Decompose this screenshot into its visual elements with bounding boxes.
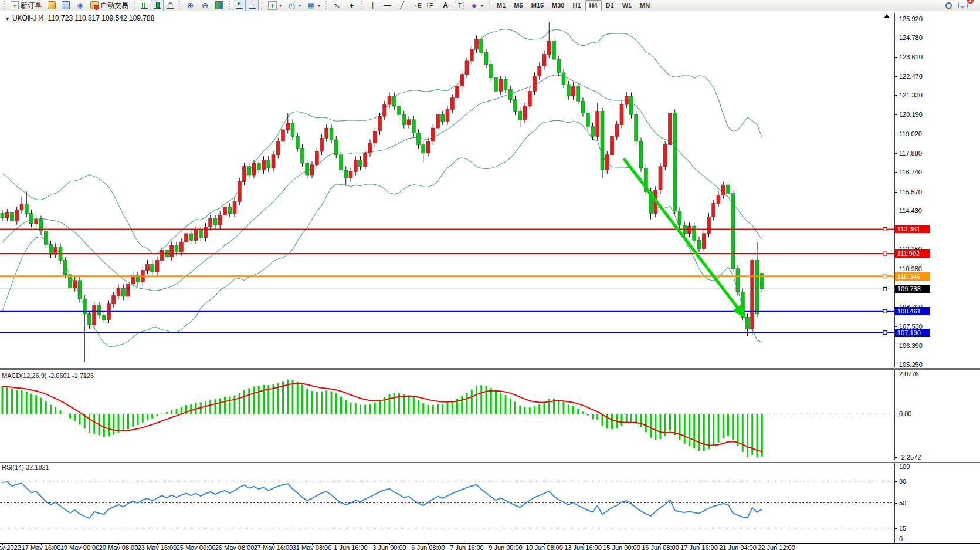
macd-indicator-pane[interactable] bbox=[0, 370, 894, 460]
price-tick bbox=[895, 76, 897, 77]
candle-body bbox=[344, 170, 348, 178]
chevron-down-icon[interactable]: ▾ bbox=[318, 3, 320, 8]
timeframe-w1-button[interactable]: W1 bbox=[618, 0, 636, 11]
time-tick-label: 26 May 08:00 bbox=[215, 544, 255, 550]
timeframe-m15-button[interactable]: M15 bbox=[527, 0, 548, 11]
line-handle[interactable] bbox=[883, 227, 887, 231]
candle-body bbox=[272, 155, 275, 168]
periods-button[interactable]: ◷▾ bbox=[284, 0, 304, 11]
layout-button[interactable] bbox=[59, 0, 73, 11]
rsi-tick bbox=[895, 467, 897, 467]
trend-arrow[interactable] bbox=[625, 160, 742, 313]
timeframe-mn-button[interactable]: MN bbox=[636, 0, 654, 11]
cursor-button[interactable]: ↖ bbox=[330, 0, 344, 11]
candle-body bbox=[252, 163, 256, 175]
trendline-button[interactable]: ╱ bbox=[395, 0, 409, 11]
candle-body bbox=[460, 75, 464, 86]
time-tick-label: 1 Jun 16:00 bbox=[334, 544, 368, 550]
price-level-label: 108.461 bbox=[895, 307, 930, 315]
indicators-button[interactable]: ＋▾ bbox=[265, 0, 284, 11]
toolbar-group-pointer: ↖+ bbox=[330, 0, 359, 11]
line-handle[interactable] bbox=[883, 252, 887, 255]
candle-body bbox=[291, 123, 294, 137]
timeframe-m1-button[interactable]: M1 bbox=[493, 0, 510, 11]
timeframe-m5-button[interactable]: M5 bbox=[510, 0, 527, 11]
collapse-arrow-icon[interactable]: ▼ bbox=[5, 16, 10, 22]
timeframe-d1-button[interactable]: D1 bbox=[602, 0, 618, 11]
line-handle[interactable] bbox=[883, 275, 887, 278]
line-handle[interactable] bbox=[883, 331, 887, 335]
candle-body bbox=[49, 244, 53, 254]
candle-body bbox=[310, 165, 314, 175]
candle-body bbox=[523, 106, 527, 120]
zoom-out-button[interactable]: ⊖ bbox=[198, 0, 212, 11]
candle-body bbox=[262, 160, 266, 170]
horizontal-line-button[interactable]: — bbox=[380, 0, 395, 11]
candle-body bbox=[596, 112, 599, 137]
panel-separator[interactable] bbox=[0, 461, 980, 463]
candle-body bbox=[11, 212, 14, 221]
candle-body bbox=[702, 234, 706, 249]
time-tick-label: 17 May 16:00 bbox=[22, 544, 61, 550]
line-chart-button[interactable] bbox=[164, 0, 177, 11]
search-button[interactable] bbox=[942, 0, 955, 11]
rsi-tick-label: 0 bbox=[899, 535, 903, 543]
candle-body bbox=[417, 133, 421, 145]
zoom-in-button[interactable]: ⊕ bbox=[183, 0, 198, 11]
tile-windows-button[interactable] bbox=[212, 0, 226, 11]
text-button[interactable]: A bbox=[438, 0, 453, 11]
channel-button[interactable]: F bbox=[424, 0, 438, 11]
candle-chart-button[interactable] bbox=[151, 0, 164, 11]
line-handle[interactable] bbox=[883, 309, 887, 313]
chevron-down-icon[interactable]: ▾ bbox=[299, 3, 301, 8]
fibonacci-button[interactable]: ⋰E bbox=[409, 0, 424, 11]
templates-button[interactable]: ▦▾ bbox=[304, 0, 323, 11]
candle-body bbox=[334, 140, 338, 155]
chevron-down-icon[interactable]: ▾ bbox=[481, 3, 483, 8]
vertical-line-button[interactable]: | bbox=[365, 0, 380, 11]
timeframe-h4-button[interactable]: H4 bbox=[585, 0, 602, 11]
chart-window[interactable]: ▼UKOil-,H4 110.723 110.817 109.542 109.7… bbox=[0, 11, 980, 550]
chart-shift-button[interactable] bbox=[246, 0, 259, 11]
candle-body bbox=[388, 96, 391, 104]
timeframe-m30-button[interactable]: M30 bbox=[548, 0, 568, 11]
candle-body bbox=[238, 181, 241, 201]
candle-body bbox=[25, 204, 28, 214]
candle-body bbox=[557, 59, 561, 73]
time-axis[interactable]: 16 May 202217 May 16:0019 May 00:0020 Ma… bbox=[0, 543, 980, 550]
signals-button[interactable]: ◉ bbox=[73, 0, 87, 11]
auto-scroll-button[interactable] bbox=[233, 0, 246, 11]
price-level-label: 107.190 bbox=[895, 329, 930, 337]
toolbar-grip bbox=[133, 1, 136, 9]
rsi-indicator-pane[interactable] bbox=[0, 463, 894, 542]
notifications-button[interactable]: 1 bbox=[955, 0, 971, 11]
bar-chart-button[interactable] bbox=[138, 0, 151, 11]
candle-body bbox=[518, 112, 522, 120]
candle-body bbox=[731, 193, 735, 268]
candle-body bbox=[199, 230, 202, 238]
candle-body bbox=[325, 128, 328, 138]
candle-body bbox=[368, 143, 372, 153]
candle-body bbox=[746, 318, 750, 329]
crosshair-button[interactable]: + bbox=[344, 0, 359, 11]
candle-body bbox=[155, 261, 159, 272]
time-tick-label: 15 Jun 00:00 bbox=[603, 544, 640, 550]
candle-body bbox=[601, 112, 604, 170]
candle-body bbox=[175, 245, 178, 252]
layout-icon bbox=[62, 1, 70, 9]
new-order-button[interactable]: ＋新订单 bbox=[8, 0, 45, 11]
text-label-button[interactable]: T bbox=[453, 0, 467, 11]
candle-body bbox=[547, 41, 551, 55]
line-handle[interactable] bbox=[883, 287, 887, 291]
main-price-chart[interactable] bbox=[0, 13, 894, 367]
arrows-button[interactable]: ◆▾ bbox=[467, 0, 486, 11]
timeframe-h1-button[interactable]: H1 bbox=[568, 0, 585, 11]
chevron-down-icon[interactable]: ▾ bbox=[279, 3, 282, 8]
indicators-icon: ＋ bbox=[268, 1, 277, 10]
panel-separator[interactable] bbox=[0, 368, 980, 370]
toolbar-group-chart-types bbox=[138, 0, 177, 11]
autotrading-button[interactable]: 自动交易 bbox=[87, 0, 131, 11]
candle-body bbox=[611, 136, 614, 154]
candle-body bbox=[73, 281, 77, 288]
chart-window-button[interactable] bbox=[45, 0, 59, 11]
